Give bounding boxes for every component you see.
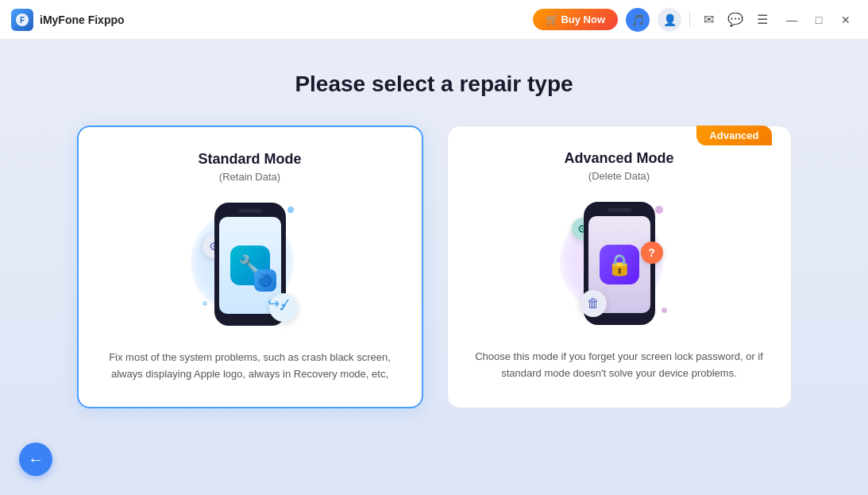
music-button[interactable]: 🎵	[626, 8, 650, 32]
chat-icon-btn[interactable]: 💬	[725, 10, 746, 30]
user-button[interactable]: 👤	[658, 8, 681, 32]
standard-mode-illustration: ⚙ 🔧 🔵 ✓	[187, 199, 314, 334]
buy-now-button[interactable]: 🛒 Buy Now	[533, 9, 618, 30]
advanced-mode-illustration: ⚙ 🔒 🗑 ?	[556, 198, 683, 333]
cards-row: Standard Mode (Retain Data) ⚙ 🔧	[77, 126, 792, 408]
standard-phone: ⚙ 🔧 🔵 ✓	[203, 203, 298, 330]
window-controls: — □ ✕	[781, 9, 857, 31]
arrow-icon: ↪✓	[268, 295, 291, 312]
dot3	[655, 206, 663, 214]
advanced-mode-title: Advanced Mode	[564, 150, 673, 167]
maximize-button[interactable]: □	[808, 9, 830, 31]
advanced-phone: ⚙ 🔒 🗑 ?	[572, 202, 667, 329]
music-icon: 🎵	[631, 14, 645, 26]
advanced-badge: Advanced	[696, 126, 771, 145]
back-button[interactable]: ←	[19, 443, 52, 476]
wrench-overlay: 🔵	[254, 269, 276, 292]
dot2	[203, 301, 207, 306]
app-logo: F	[11, 9, 33, 31]
title-bar: F iMyFone Fixppo 🛒 Buy Now 🎵 👤 ✉ 💬 ☰ — □…	[0, 0, 868, 40]
question-float-icon: ?	[641, 242, 663, 264]
mail-icon-btn[interactable]: ✉	[698, 10, 719, 30]
standard-mode-description: Fix most of the system problems, such as…	[98, 350, 403, 383]
toolbar-icons: ✉ 💬 ☰	[698, 10, 773, 30]
menu-icon-btn[interactable]: ☰	[752, 10, 773, 30]
dot1	[287, 207, 294, 213]
title-bar-left: F iMyFone Fixppo	[11, 9, 125, 31]
page-title: Please select a repair type	[295, 72, 573, 97]
advanced-mode-card[interactable]: Advanced Advanced Mode (Delete Data) ⚙ 🔒	[447, 126, 792, 408]
standard-mode-title: Standard Mode	[198, 151, 301, 168]
lock-icon: 🔒	[600, 245, 639, 284]
separator	[689, 12, 690, 28]
app-name: iMyFone Fixppo	[40, 14, 125, 26]
user-icon: 👤	[663, 14, 677, 26]
trash-float-icon: 🗑	[580, 290, 607, 317]
standard-mode-subtitle: (Retain Data)	[219, 171, 280, 183]
minimize-button[interactable]: —	[781, 9, 803, 31]
svg-text:F: F	[20, 16, 25, 25]
advanced-mode-subtitle: (Delete Data)	[588, 170, 650, 182]
close-button[interactable]: ✕	[835, 9, 857, 31]
dot4	[662, 307, 667, 313]
title-bar-right: 🛒 Buy Now 🎵 👤 ✉ 💬 ☰ — □ ✕	[533, 8, 857, 32]
standard-mode-card[interactable]: Standard Mode (Retain Data) ⚙ 🔧	[77, 126, 423, 408]
advanced-mode-description: Choose this mode if you forget your scre…	[467, 349, 772, 382]
main-content: Please select a repair type Standard Mod…	[0, 40, 868, 495]
shield-icon: 🔧 🔵	[230, 246, 270, 285]
